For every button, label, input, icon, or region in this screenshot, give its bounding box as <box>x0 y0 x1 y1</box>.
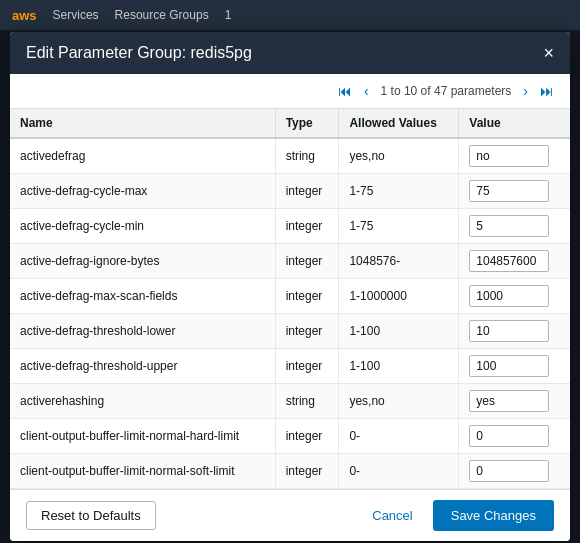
pagination-last-button[interactable]: ⏭ <box>536 82 558 100</box>
cell-allowed: 1048576- <box>339 244 459 279</box>
footer-actions: Cancel Save Changes <box>362 500 554 531</box>
cell-value <box>459 244 570 279</box>
cell-allowed: 1-75 <box>339 209 459 244</box>
cell-type: integer <box>275 279 339 314</box>
cell-name: active-defrag-cycle-min <box>10 209 275 244</box>
modal-overlay: Edit Parameter Group: redis5pg × ⏮ ‹ 1 t… <box>0 30 580 543</box>
cell-name: active-defrag-cycle-max <box>10 174 275 209</box>
cell-name: activedefrag <box>10 138 275 174</box>
table-row: activerehashingstringyes,no <box>10 384 570 419</box>
cell-allowed: 0- <box>339 419 459 454</box>
nav-services[interactable]: Services <box>53 8 99 22</box>
cell-value <box>459 314 570 349</box>
cell-type: integer <box>275 314 339 349</box>
cell-type: string <box>275 384 339 419</box>
table-row: client-output-buffer-limit-normal-soft-l… <box>10 454 570 489</box>
cell-allowed: 1-75 <box>339 174 459 209</box>
parameters-table: Name Type Allowed Values Value activedef… <box>10 109 570 489</box>
cell-name: active-defrag-ignore-bytes <box>10 244 275 279</box>
cell-value <box>459 349 570 384</box>
cell-type: integer <box>275 174 339 209</box>
cell-name: client-output-buffer-limit-normal-hard-l… <box>10 419 275 454</box>
table-header-row: Name Type Allowed Values Value <box>10 109 570 138</box>
value-input[interactable] <box>469 390 549 412</box>
cell-allowed: 1-100 <box>339 314 459 349</box>
cell-value <box>459 419 570 454</box>
cell-type: integer <box>275 209 339 244</box>
table-row: active-defrag-threshold-upperinteger1-10… <box>10 349 570 384</box>
table-row: active-defrag-cycle-maxinteger1-75 <box>10 174 570 209</box>
cell-value <box>459 138 570 174</box>
cell-allowed: yes,no <box>339 138 459 174</box>
cell-allowed: 1-100 <box>339 349 459 384</box>
value-input[interactable] <box>469 355 549 377</box>
close-button[interactable]: × <box>543 44 554 62</box>
modal-title: Edit Parameter Group: redis5pg <box>26 44 252 62</box>
aws-logo: aws <box>12 8 37 23</box>
col-allowed: Allowed Values <box>339 109 459 138</box>
topbar: aws Services Resource Groups 1 <box>0 0 580 30</box>
cell-type: integer <box>275 419 339 454</box>
reset-defaults-button[interactable]: Reset to Defaults <box>26 501 156 530</box>
cell-type: string <box>275 138 339 174</box>
nav-number: 1 <box>225 8 232 22</box>
col-type: Type <box>275 109 339 138</box>
cell-value <box>459 384 570 419</box>
cell-value <box>459 174 570 209</box>
cell-allowed: yes,no <box>339 384 459 419</box>
table-row: active-defrag-cycle-mininteger1-75 <box>10 209 570 244</box>
cell-allowed: 0- <box>339 454 459 489</box>
modal-dialog: Edit Parameter Group: redis5pg × ⏮ ‹ 1 t… <box>10 32 570 541</box>
cell-name: active-defrag-threshold-upper <box>10 349 275 384</box>
table-row: active-defrag-max-scan-fieldsinteger1-10… <box>10 279 570 314</box>
save-changes-button[interactable]: Save Changes <box>433 500 554 531</box>
table-row: activedefragstringyes,no <box>10 138 570 174</box>
col-value: Value <box>459 109 570 138</box>
cell-type: integer <box>275 244 339 279</box>
value-input[interactable] <box>469 320 549 342</box>
pagination-prev-button[interactable]: ‹ <box>360 82 373 100</box>
cell-value <box>459 454 570 489</box>
pagination-info: 1 to 10 of 47 parameters <box>381 84 512 98</box>
cell-name: active-defrag-max-scan-fields <box>10 279 275 314</box>
col-name: Name <box>10 109 275 138</box>
cell-allowed: 1-1000000 <box>339 279 459 314</box>
modal-footer: Reset to Defaults Cancel Save Changes <box>10 489 570 541</box>
cell-type: integer <box>275 349 339 384</box>
value-input[interactable] <box>469 425 549 447</box>
pagination-next-button[interactable]: › <box>519 82 532 100</box>
cell-name: activerehashing <box>10 384 275 419</box>
pagination-bar: ⏮ ‹ 1 to 10 of 47 parameters › ⏭ <box>10 74 570 109</box>
value-input[interactable] <box>469 145 549 167</box>
value-input[interactable] <box>469 250 549 272</box>
cell-type: integer <box>275 454 339 489</box>
table-row: active-defrag-threshold-lowerinteger1-10… <box>10 314 570 349</box>
modal-header: Edit Parameter Group: redis5pg × <box>10 32 570 74</box>
value-input[interactable] <box>469 180 549 202</box>
cell-name: client-output-buffer-limit-normal-soft-l… <box>10 454 275 489</box>
nav-resource-groups[interactable]: Resource Groups <box>115 8 209 22</box>
table-row: client-output-buffer-limit-normal-hard-l… <box>10 419 570 454</box>
cell-name: active-defrag-threshold-lower <box>10 314 275 349</box>
modal-body: ⏮ ‹ 1 to 10 of 47 parameters › ⏭ Name Ty… <box>10 74 570 489</box>
cell-value <box>459 279 570 314</box>
cell-value <box>459 209 570 244</box>
pagination-first-button[interactable]: ⏮ <box>334 82 356 100</box>
cancel-button[interactable]: Cancel <box>362 502 422 529</box>
value-input[interactable] <box>469 215 549 237</box>
value-input[interactable] <box>469 460 549 482</box>
table-row: active-defrag-ignore-bytesinteger1048576… <box>10 244 570 279</box>
value-input[interactable] <box>469 285 549 307</box>
